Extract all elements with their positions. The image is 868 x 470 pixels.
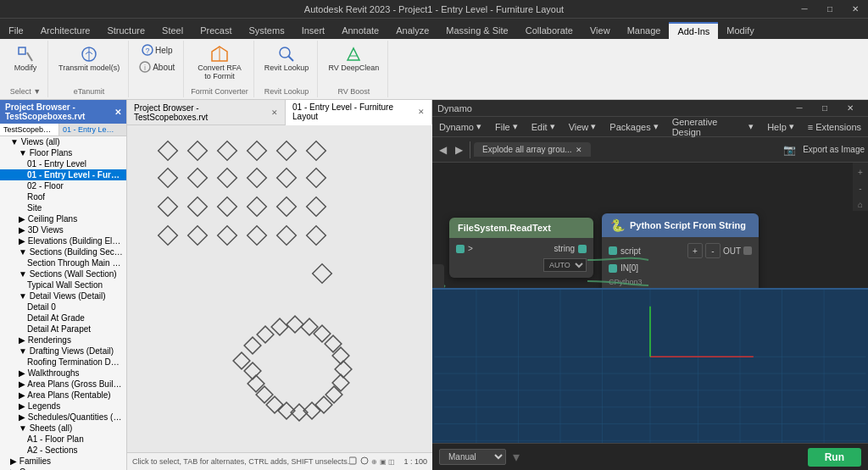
- tree-families[interactable]: ▶ Families: [0, 456, 126, 467]
- menu-gen-design[interactable]: Generative Design ▾: [665, 114, 761, 140]
- python-add-port[interactable]: +: [687, 243, 703, 258]
- tree-section-main-stair[interactable]: Section Through Main Stair: [0, 257, 126, 268]
- viewport-canvas[interactable]: 1 : 100: [127, 125, 432, 452]
- viewport-tab-browser[interactable]: Project Browser - TestScopeboxes.rvt ✕: [127, 100, 286, 124]
- side-icon-home[interactable]: ⌂: [856, 198, 865, 211]
- browser-tab-1[interactable]: TestScopeboxes.rvt: [0, 124, 59, 135]
- help-button[interactable]: ? Help: [138, 42, 176, 58]
- menu-extensions[interactable]: ≡ Extensions: [801, 119, 868, 135]
- tree-detail-views[interactable]: ▼ Detail Views (Detail): [0, 290, 126, 301]
- tab-manage[interactable]: Manage: [619, 22, 670, 39]
- tree-area-rentable[interactable]: ▶ Area Plans (Rentable): [0, 390, 126, 401]
- tab-addins[interactable]: Add-Ins: [669, 22, 718, 39]
- tree-groups[interactable]: ▶ Groups: [0, 467, 126, 470]
- side-icon-zoom-in[interactable]: +: [856, 166, 865, 179]
- panel-collapse-handle[interactable]: ⟨: [432, 264, 444, 288]
- dynamo-active-tab[interactable]: Explode all array grou... ✕: [474, 142, 591, 157]
- minimize-button[interactable]: ─: [792, 0, 817, 17]
- maximize-button[interactable]: □: [817, 0, 843, 17]
- fs-port-out-string[interactable]: [578, 245, 587, 253]
- python-script-port[interactable]: script: [609, 246, 641, 256]
- toolbar-back[interactable]: ◀: [436, 142, 450, 158]
- tree-drafting-views[interactable]: ▼ Drafting Views (Detail): [0, 346, 126, 357]
- dynamo-tab-close[interactable]: ✕: [576, 146, 582, 154]
- tree-floor-plans[interactable]: ▼ Floor Plans: [0, 147, 126, 158]
- tab-annotate[interactable]: Annotate: [333, 22, 387, 39]
- menu-packages[interactable]: Packages ▾: [603, 119, 665, 135]
- tree-01-entry[interactable]: 01 - Entry Level: [0, 158, 126, 169]
- dynamo-minimize[interactable]: ─: [787, 100, 812, 117]
- tree-3d-views[interactable]: ▶ 3D Views: [0, 224, 126, 235]
- tree-detail-0[interactable]: Detail 0: [0, 301, 126, 312]
- tree-elevations[interactable]: ▶ Elevations (Building Elevation): [0, 235, 126, 246]
- side-icon-zoom-out[interactable]: -: [857, 182, 863, 195]
- tree-renderings[interactable]: ▶ Renderings: [0, 335, 126, 346]
- fs-output-port[interactable]: string: [554, 244, 587, 253]
- tab-systems[interactable]: Systems: [240, 22, 292, 39]
- toolbar-forward[interactable]: ▶: [452, 142, 466, 158]
- py-port-script[interactable]: [609, 246, 617, 255]
- tree-a2-sections[interactable]: A2 - Sections: [0, 445, 126, 456]
- tree-01-furniture[interactable]: 01 - Entry Level - Furniture: [0, 169, 126, 180]
- panel-header-close[interactable]: ✕: [114, 108, 121, 117]
- tree-02-floor[interactable]: 02 - Floor: [0, 180, 126, 191]
- tab-steel[interactable]: Steel: [153, 22, 192, 39]
- about-button[interactable]: i About: [136, 59, 178, 75]
- dynamo-canvas-area[interactable]: ⟨ FileSystem.ReadText >: [432, 163, 868, 470]
- tree-walkthroughs[interactable]: ▶ Walkthroughs: [0, 368, 126, 379]
- tree-site[interactable]: Site: [0, 202, 126, 213]
- close-button[interactable]: ✕: [843, 0, 868, 17]
- tab-modify[interactable]: Modify: [718, 22, 762, 39]
- run-button[interactable]: Run: [808, 448, 861, 467]
- menu-edit[interactable]: Edit ▾: [525, 119, 562, 135]
- viewport-tab-furniture[interactable]: 01 - Entry Level - Furniture Layout ✕: [286, 100, 432, 125]
- rv-deepclean-button[interactable]: RV DeepClean: [325, 42, 382, 75]
- tree-sheets[interactable]: ▼ Sheets (all): [0, 423, 126, 434]
- tree-sections-wall[interactable]: ▼ Sections (Wall Section): [0, 268, 126, 279]
- tab-file[interactable]: File: [0, 22, 32, 39]
- tree-a1-floor[interactable]: A1 - Floor Plan: [0, 434, 126, 445]
- dynamo-maximize[interactable]: □: [812, 100, 837, 117]
- tree-legends[interactable]: ▶ Legends: [0, 401, 126, 412]
- project-browser-header[interactable]: Project Browser - TestScopeboxes.rvt ✕: [0, 100, 126, 124]
- viewport-tab-furniture-close[interactable]: ✕: [418, 108, 425, 116]
- python-in0-port[interactable]: IN[0]: [609, 263, 638, 273]
- run-mode-select[interactable]: Manual Automatic: [439, 449, 506, 465]
- tree-detail-parapet[interactable]: Detail At Parapet: [0, 323, 126, 335]
- py-port-in0[interactable]: [609, 264, 617, 273]
- modify-button[interactable]: Modify: [8, 42, 42, 75]
- viewport-tab-browser-close[interactable]: ✕: [271, 108, 278, 117]
- tab-analyze[interactable]: Analyze: [387, 22, 437, 39]
- dynamo-node-canvas[interactable]: ⟨ FileSystem.ReadText >: [432, 163, 868, 288]
- browser-tab-2[interactable]: 01 - Entry Level...: [59, 124, 119, 135]
- revit-lookup-button[interactable]: Revit Lookup: [261, 42, 313, 75]
- tree-ceiling-plans[interactable]: ▶ Ceiling Plans: [0, 213, 126, 224]
- py-port-out[interactable]: [743, 246, 752, 255]
- python-remove-port[interactable]: -: [705, 243, 721, 258]
- tab-view[interactable]: View: [581, 22, 619, 39]
- transmit-button[interactable]: Transmit model(s): [55, 42, 123, 75]
- tree-roofing-term[interactable]: Roofing Termination Detail: [0, 357, 126, 368]
- tree-roof[interactable]: Roof: [0, 191, 126, 202]
- tree-sections-building[interactable]: ▼ Sections (Building Section): [0, 246, 126, 257]
- toolbar-export-icon[interactable]: 📷: [780, 142, 799, 158]
- fs-input-port[interactable]: >: [456, 244, 473, 253]
- dynamo-close[interactable]: ✕: [837, 100, 863, 117]
- tree-schedules[interactable]: ▶ Schedules/Quantities (all): [0, 412, 126, 423]
- tab-massing[interactable]: Massing & Site: [437, 22, 516, 39]
- tab-precast[interactable]: Precast: [192, 22, 240, 39]
- tab-insert[interactable]: Insert: [293, 22, 334, 39]
- menu-dynamo[interactable]: Dynamo ▾: [432, 119, 488, 135]
- tab-collaborate[interactable]: Collaborate: [517, 22, 581, 39]
- tree-views-all[interactable]: ▼ Views (all): [0, 136, 126, 147]
- menu-help[interactable]: Help ▾: [760, 119, 801, 135]
- tree-area-gross[interactable]: ▶ Area Plans (Gross Building): [0, 379, 126, 390]
- tab-architecture[interactable]: Architecture: [32, 22, 99, 39]
- fs-auto-dropdown[interactable]: AUTO: [543, 258, 587, 272]
- fs-port-in[interactable]: [456, 245, 465, 253]
- menu-view[interactable]: View ▾: [562, 119, 604, 135]
- export-as-image-btn[interactable]: Export as Image: [803, 145, 865, 154]
- tree-detail-grade[interactable]: Detail At Grade: [0, 312, 126, 323]
- tree-typical-wall[interactable]: Typical Wall Section: [0, 279, 126, 290]
- formit-button[interactable]: Convert RFAto Formit: [194, 42, 245, 83]
